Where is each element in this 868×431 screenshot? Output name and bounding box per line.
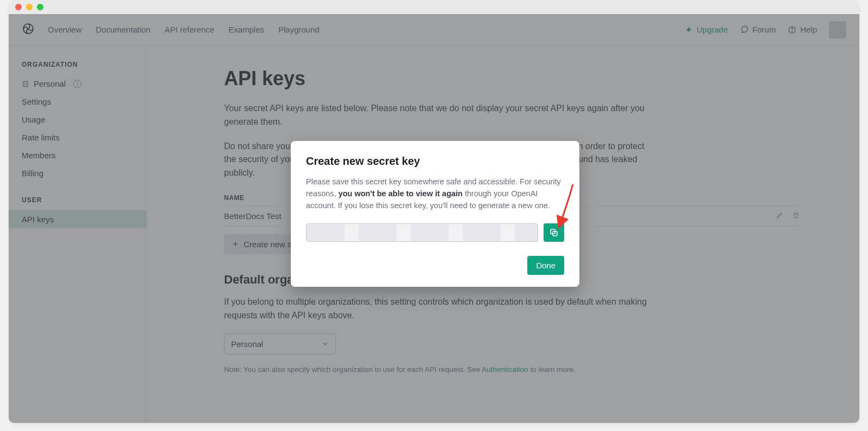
window-titlebar <box>9 0 859 14</box>
copy-key-button[interactable] <box>544 223 564 242</box>
window-close-button[interactable] <box>15 4 22 10</box>
window-maximize-button[interactable] <box>37 4 43 10</box>
modal-title: Create new secret key <box>306 155 564 168</box>
create-key-modal: Create new secret key Please save this s… <box>291 141 579 287</box>
modal-message: Please save this secret key somewhere sa… <box>306 176 564 211</box>
done-button[interactable]: Done <box>527 256 564 275</box>
secret-key-field[interactable] <box>306 223 538 242</box>
copy-icon <box>549 228 559 237</box>
window-minimize-button[interactable] <box>26 4 33 10</box>
